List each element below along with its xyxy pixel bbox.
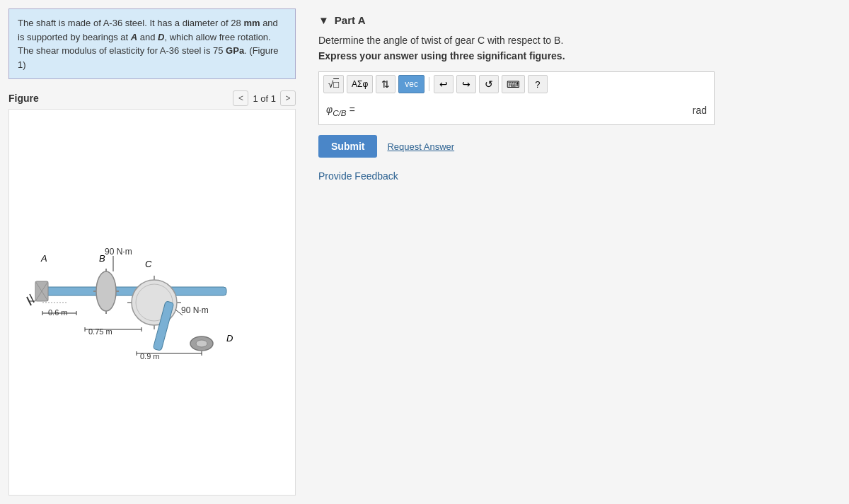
figure-header: Figure < 1 of 1 > bbox=[8, 85, 296, 109]
answer-row: φC/B = rad bbox=[318, 96, 715, 125]
question-description: Determine the angle of twist of gear C w… bbox=[318, 35, 835, 46]
part-label: Part A bbox=[335, 14, 366, 26]
svg-text:90 N·m: 90 N·m bbox=[181, 305, 209, 315]
figure-nav: < 1 of 1 > bbox=[233, 90, 296, 106]
answer-unit: rad bbox=[693, 105, 707, 116]
refresh-btn[interactable]: ↺ bbox=[479, 75, 499, 93]
equation-toolbar: √□ ΑΣφ ⇅ vec ↩ ↪ bbox=[318, 71, 715, 96]
svg-text:C: C bbox=[145, 259, 152, 269]
help-btn[interactable]: ? bbox=[528, 75, 548, 93]
submit-row: Submit Request Answer bbox=[318, 135, 835, 158]
vec-btn[interactable]: vec bbox=[398, 75, 424, 93]
svg-text:D: D bbox=[226, 333, 233, 344]
part-header: ▼ Part A bbox=[318, 8, 835, 35]
answer-input[interactable] bbox=[359, 102, 684, 119]
italic-A: A bbox=[131, 32, 137, 42]
collapse-arrow[interactable]: ▼ bbox=[318, 14, 329, 26]
svg-point-22 bbox=[196, 340, 207, 347]
question-instruction: Express your answer using three signific… bbox=[318, 50, 835, 61]
svg-text:90 N·m: 90 N·m bbox=[105, 247, 132, 257]
request-answer-button[interactable]: Request Answer bbox=[387, 141, 454, 152]
left-panel: The shaft is made of A-36 steel. It has … bbox=[0, 0, 304, 504]
svg-text:0.6 m: 0.6 m bbox=[48, 308, 68, 317]
svg-point-9 bbox=[96, 271, 116, 311]
problem-text-box: The shaft is made of A-36 steel. It has … bbox=[8, 8, 296, 79]
redo-btn[interactable]: ↪ bbox=[456, 75, 476, 93]
svg-text:A: A bbox=[40, 253, 47, 264]
problem-text: The shaft is made of A-36 steel. It has … bbox=[18, 18, 279, 70]
answer-label: φC/B = bbox=[326, 104, 355, 117]
figure-image-area: A B C D bbox=[8, 109, 296, 496]
provide-feedback-link[interactable]: Provide Feedback bbox=[318, 170, 398, 182]
prev-figure-btn[interactable]: < bbox=[233, 90, 248, 106]
symbol-btn[interactable]: ΑΣφ bbox=[347, 75, 373, 93]
italic-D: D bbox=[158, 32, 164, 42]
figure-label: Figure bbox=[8, 93, 39, 104]
figure-section: Figure < 1 of 1 > A B C D bbox=[0, 85, 304, 504]
figure-page-indicator: 1 of 1 bbox=[253, 93, 276, 104]
arrows-btn[interactable]: ⇅ bbox=[376, 75, 395, 93]
right-panel: ▼ Part A Determine the angle of twist of… bbox=[304, 0, 849, 504]
bold-GPa: GPa bbox=[226, 45, 244, 56]
submit-button[interactable]: Submit bbox=[318, 135, 377, 158]
undo-btn[interactable]: ↩ bbox=[434, 75, 454, 93]
sqrt-btn[interactable]: √□ bbox=[323, 75, 344, 93]
keyboard-btn[interactable]: ⌨ bbox=[502, 75, 525, 93]
next-figure-btn[interactable]: > bbox=[280, 90, 296, 106]
toolbar-separator bbox=[429, 77, 429, 91]
vec-label: vec bbox=[405, 79, 418, 89]
figure-svg: A B C D bbox=[21, 211, 283, 394]
help-label: ? bbox=[535, 79, 540, 90]
bold-mm: mm bbox=[243, 18, 260, 28]
svg-text:0.75 m: 0.75 m bbox=[88, 327, 112, 336]
